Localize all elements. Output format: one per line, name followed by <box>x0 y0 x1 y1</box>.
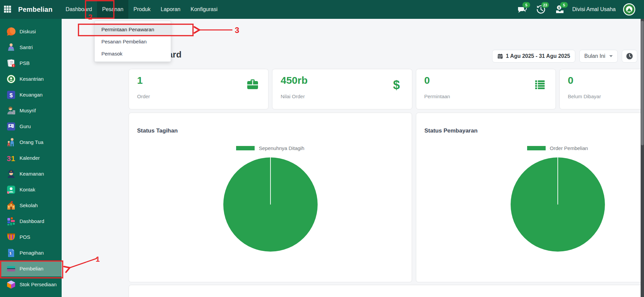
app-brand: Pembelian <box>18 6 53 13</box>
kpi-card-nilai-order[interactable]: 450rbNilai Order$ <box>272 69 412 109</box>
stok-icon <box>6 280 16 290</box>
sidebar-item-label: Kalender <box>20 155 40 161</box>
kpi-label: Order <box>137 94 260 99</box>
briefcase-icon <box>246 78 259 91</box>
kpi-card-belum-dibayar[interactable]: 0Belum Dibayar <box>560 69 644 109</box>
chart-title: Status Pembayaran <box>424 127 478 134</box>
legend-label: Sepenuhnya Ditagih <box>259 145 304 151</box>
sidebar-item-label: Sekolah <box>20 202 38 208</box>
sidebar-item-dashboard[interactable]: Dashboard <box>0 213 62 229</box>
kpi-row: 1Order450rbNilai Order$0Permintaan0Belum… <box>129 69 644 109</box>
sidebar-item-psb[interactable]: PSB <box>0 55 62 71</box>
pembelian-icon <box>6 264 16 274</box>
sekolah-icon <box>6 200 16 211</box>
badge-count: 23 <box>541 2 549 8</box>
nav-item-laporan[interactable]: Laporan <box>156 0 186 19</box>
chart-title: Status Tagihan <box>137 127 178 134</box>
pesanan-dropdown-menu: Permintaan PenawaranPesanan PembelianPem… <box>94 21 171 62</box>
sidebar-item-label: Guru <box>20 123 31 129</box>
sidebar-item-label: Penagihan <box>20 250 44 256</box>
sidebar-item-sekolah[interactable]: Sekolah <box>0 197 62 213</box>
menu-item-permintaan-penawaran[interactable]: Permintaan Penawaran <box>95 23 171 35</box>
kpi-value: 450rb <box>281 74 404 87</box>
clock-icon <box>626 52 633 60</box>
history-button[interactable] <box>622 50 637 63</box>
svg-text:$: $ <box>558 6 560 9</box>
sidebar-item-label: Orang Tua <box>20 139 43 145</box>
sidebar-item-guru[interactable]: Guru <box>0 118 62 134</box>
user-avatar-icon[interactable] <box>623 3 635 15</box>
sidebar-item-orang-tua[interactable]: Orang Tua <box>0 134 62 150</box>
psb-icon <box>6 58 16 68</box>
vertical-scrollbar[interactable] <box>641 19 644 297</box>
kpi-label: Nilai Order <box>281 94 404 99</box>
sidebar: DiskusiSantriPSBKesantrian$KeuanganMusyr… <box>0 19 62 297</box>
dashboard-controls: 1 Agu 2025 - 31 Agu 2025 Bulan Ini <box>492 50 637 63</box>
sidebar-item-label: Kontak <box>20 187 35 192</box>
date-range-label: 1 Agu 2025 - 31 Agu 2025 <box>506 53 570 59</box>
topbar-icon-group: 523$5 <box>517 4 565 14</box>
kpi-card-order[interactable]: 1Order <box>129 69 268 109</box>
guru-icon <box>6 121 16 132</box>
date-range-button[interactable]: 1 Agu 2025 - 31 Agu 2025 <box>492 50 575 63</box>
menu-item-pesanan-pembelian[interactable]: Pesanan Pembelian <box>95 35 171 47</box>
kpi-value: 1 <box>137 74 260 87</box>
sidebar-item-pos[interactable]: POS <box>0 229 62 245</box>
sidebar-item-santri[interactable]: Santri <box>0 39 62 55</box>
topbar-right: 523$5 Divisi Amal Usaha <box>517 3 644 15</box>
svg-text:3: 3 <box>7 154 11 162</box>
payment-tray-icon[interactable]: $5 <box>555 4 565 14</box>
user-name[interactable]: Divisi Amal Usaha <box>572 6 616 12</box>
period-select[interactable]: Bulan Ini <box>579 50 618 63</box>
scrollbar-thumb[interactable] <box>641 21 644 145</box>
sidebar-item-keuangan[interactable]: $Keuangan <box>0 87 62 103</box>
sidebar-item-diskusi[interactable]: Diskusi <box>0 24 62 39</box>
legend-swatch <box>236 146 255 150</box>
calendar-icon <box>497 53 503 59</box>
top-nav: DashboardPesananProdukLaporanKonfigurasi <box>61 0 223 19</box>
svg-text:$: $ <box>9 92 13 98</box>
sidebar-item-label: Santri <box>20 44 33 50</box>
menu-item-pemasok[interactable]: Pemasok <box>95 47 171 60</box>
nav-item-pesanan[interactable]: Pesanan <box>97 0 128 19</box>
chat-icon[interactable]: 5 <box>517 4 527 14</box>
svg-text:$: $ <box>9 251 11 255</box>
sidebar-item-kesantrian[interactable]: Kesantrian <box>0 71 62 87</box>
sidebar-item-label: Dashboard <box>20 218 44 224</box>
badge-count: 5 <box>522 2 530 8</box>
nav-item-dashboard[interactable]: Dashboard <box>61 0 97 19</box>
apps-grid-icon[interactable] <box>0 0 15 19</box>
sidebar-item-penagihan[interactable]: $Penagihan <box>0 245 62 261</box>
sidebar-item-keamanan[interactable]: Keamanan <box>0 166 62 182</box>
sidebar-item-stok-persediaan[interactable]: Stok Persediaan <box>0 276 62 292</box>
sidebar-item-label: Stok Persediaan <box>20 282 57 287</box>
svg-text:1: 1 <box>11 154 15 162</box>
sidebar-item-kalender[interactable]: 31Kalender <box>0 150 62 166</box>
sidebar-item-label: PSB <box>20 60 30 66</box>
sidebar-item-label: Diskusi <box>20 29 36 34</box>
pie-chart <box>509 155 606 253</box>
chart-legend[interactable]: Order Pembelian <box>416 145 644 151</box>
chart-card-status-pembayaran: Status PembayaranOrder Pembelian <box>416 113 644 282</box>
kpi-card-permintaan[interactable]: 0Permintaan <box>416 69 555 109</box>
sidebar-item-musyrif[interactable]: Musyrif <box>0 103 62 118</box>
sidebar-item-label: Keamanan <box>20 171 44 177</box>
sidebar-item-label: Kesantrian <box>20 76 44 82</box>
charts-row: Status TagihanSepenuhnya Ditagih Status … <box>129 113 644 282</box>
chart-legend[interactable]: Sepenuhnya Ditagih <box>129 145 412 151</box>
santri-icon <box>6 42 16 52</box>
svg-text:$: $ <box>393 78 399 91</box>
chart-card-status-tagihan: Status TagihanSepenuhnya Ditagih <box>129 113 412 282</box>
nav-item-konfigurasi[interactable]: Konfigurasi <box>186 0 223 19</box>
sidebar-item-pembelian[interactable]: Pembelian <box>0 261 62 276</box>
keamanan-icon <box>6 169 16 179</box>
pie-chart <box>222 155 319 253</box>
dollar-icon: $ <box>390 78 403 91</box>
musyrif-icon <box>6 106 16 116</box>
activity-clock-icon[interactable]: 23 <box>536 4 546 14</box>
sidebar-item-label: POS <box>20 234 30 240</box>
kesantrian-icon <box>6 74 16 84</box>
legend-swatch <box>527 146 546 150</box>
sidebar-item-kontak[interactable]: Kontak <box>0 182 62 197</box>
nav-item-produk[interactable]: Produk <box>128 0 156 19</box>
